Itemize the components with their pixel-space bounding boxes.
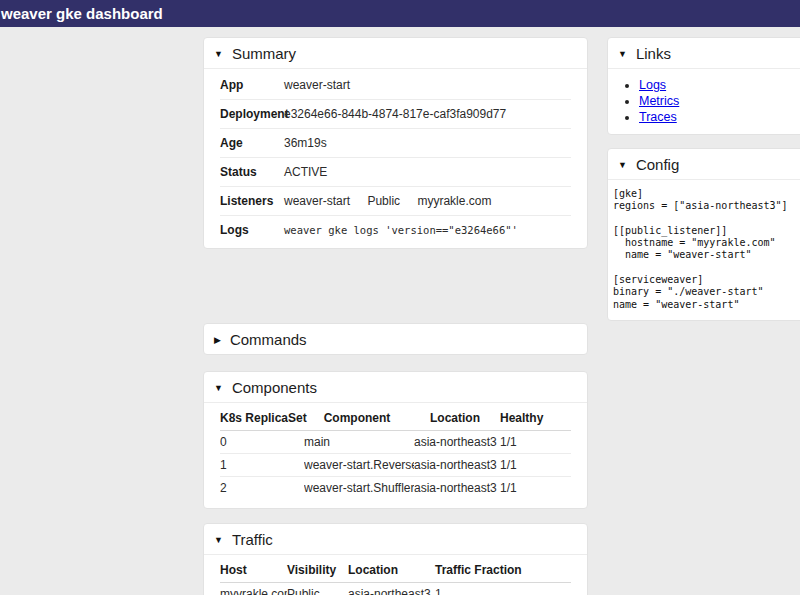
summary-row-status: Status ACTIVE <box>220 158 571 187</box>
listeners-value: weaver-start Public myyrakle.com <box>284 194 505 208</box>
config-panel-title: Config <box>636 156 679 173</box>
replicaset-cell: 0 <box>220 431 304 454</box>
logs-command-value: weaver gke logs 'version=="e3264e66"' <box>284 224 518 236</box>
components-table-wrap: K8s ReplicaSet Component Location Health… <box>204 403 587 508</box>
summary-row-age: Age 36m19s <box>220 129 571 158</box>
traffic-panel-title: Traffic <box>232 531 273 548</box>
links-panel-toggle[interactable]: ▼ Links <box>608 38 800 69</box>
summary-panel-title: Summary <box>232 45 296 62</box>
status-value: ACTIVE <box>284 165 327 179</box>
left-column: ▼ Summary App weaver-start Deployment e3… <box>203 37 588 595</box>
links-panel: ▼ Links Logs Metrics Traces <box>607 37 800 135</box>
app-value: weaver-start <box>284 78 350 92</box>
table-row: 0 main asia-northeast3 1/1 <box>220 431 571 454</box>
listener-visibility: Public <box>367 194 400 208</box>
summary-label: Age <box>220 136 284 150</box>
summary-label: Logs <box>220 223 284 237</box>
listener-address: myyrakle.com <box>417 194 491 208</box>
traffic-table-wrap: Host Visibility Location Traffic Fractio… <box>204 555 587 595</box>
components-panel-title: Components <box>232 379 317 396</box>
table-row: myyrakle.com Public asia-northeast3 1 <box>220 583 571 595</box>
components-header-row: K8s ReplicaSet Component Location Health… <box>220 405 571 431</box>
col-header-traffic-fraction: Traffic Fraction <box>435 557 571 583</box>
traffic-table: Host Visibility Location Traffic Fractio… <box>220 557 571 595</box>
location-cell: asia-northeast3 <box>414 477 500 500</box>
summary-label: Listeners <box>220 194 284 208</box>
col-header-visibility: Visibility <box>287 557 348 583</box>
age-value: 36m19s <box>284 136 327 150</box>
logs-link[interactable]: Logs <box>639 78 666 92</box>
summary-label: Deployment <box>220 107 284 121</box>
col-header-location: Location <box>414 405 500 431</box>
summary-panel: ▼ Summary App weaver-start Deployment e3… <box>203 37 588 249</box>
col-header-location: Location <box>348 557 435 583</box>
right-column: ▼ Links Logs Metrics Traces ▼ Config <box>607 37 800 595</box>
host-cell: myyrakle.com <box>220 583 287 595</box>
component-cell: weaver-start.Shuffler <box>304 477 414 500</box>
table-row: 1 weaver-start.Reverser asia-northeast3 … <box>220 454 571 477</box>
dashboard-content: ▼ Summary App weaver-start Deployment e3… <box>203 27 800 595</box>
summary-row-logs: Logs weaver gke logs 'version=="e3264e66… <box>220 216 571 244</box>
replicaset-cell: 2 <box>220 477 304 500</box>
triangle-right-icon: ▶ <box>214 335 221 345</box>
summary-row-deployment: Deployment e3264e66-844b-4874-817e-caf3f… <box>220 100 571 129</box>
app-header: weaver gke dashboard <box>0 0 800 27</box>
metrics-link[interactable]: Metrics <box>639 94 679 108</box>
summary-panel-toggle[interactable]: ▼ Summary <box>204 38 587 69</box>
components-panel: ▼ Components K8s ReplicaSet Component Lo… <box>203 371 588 509</box>
components-panel-toggle[interactable]: ▼ Components <box>204 372 587 403</box>
table-row: 2 weaver-start.Shuffler asia-northeast3 … <box>220 477 571 500</box>
config-panel-toggle[interactable]: ▼ Config <box>608 149 800 180</box>
links-list: Logs Metrics Traces <box>608 78 800 124</box>
commands-panel-title: Commands <box>230 331 307 348</box>
commands-panel: ▶ Commands <box>203 323 588 355</box>
summary-table: App weaver-start Deployment e3264e66-844… <box>204 69 587 248</box>
summary-label: Status <box>220 165 284 179</box>
config-toml-text: [gke] regions = ["asia-northeast3"] [[pu… <box>608 180 800 320</box>
components-table: K8s ReplicaSet Component Location Health… <box>220 405 571 499</box>
traffic-panel: ▼ Traffic Host Visibility Location Traff… <box>203 523 588 595</box>
triangle-down-icon: ▼ <box>214 383 223 393</box>
col-header-replicaset: K8s ReplicaSet <box>220 405 304 431</box>
deployment-id-value: e3264e66-844b-4874-817e-caf3fa909d77 <box>284 107 506 121</box>
listener-name: weaver-start <box>284 194 350 208</box>
triangle-down-icon: ▼ <box>618 49 627 59</box>
healthy-cell: 1/1 <box>500 454 571 477</box>
location-cell: asia-northeast3 <box>414 431 500 454</box>
triangle-down-icon: ▼ <box>214 535 223 545</box>
list-item: Traces <box>639 110 800 124</box>
component-cell: weaver-start.Reverser <box>304 454 414 477</box>
triangle-down-icon: ▼ <box>214 49 223 59</box>
summary-row-listeners: Listeners weaver-start Public myyrakle.c… <box>220 187 571 216</box>
config-panel: ▼ Config [gke] regions = ["asia-northeas… <box>607 148 800 321</box>
col-header-component: Component <box>304 405 414 431</box>
list-item: Metrics <box>639 94 800 108</box>
links-panel-title: Links <box>636 45 671 62</box>
commands-panel-toggle[interactable]: ▶ Commands <box>204 324 587 354</box>
col-header-host: Host <box>220 557 287 583</box>
col-header-healthy: Healthy <box>500 405 571 431</box>
traffic-panel-toggle[interactable]: ▼ Traffic <box>204 524 587 555</box>
list-item: Logs <box>639 78 800 92</box>
summary-row-app: App weaver-start <box>220 71 571 100</box>
healthy-cell: 1/1 <box>500 477 571 500</box>
summary-label: App <box>220 78 284 92</box>
traces-link[interactable]: Traces <box>639 110 677 124</box>
healthy-cell: 1/1 <box>500 431 571 454</box>
location-cell: asia-northeast3 <box>414 454 500 477</box>
traffic-header-row: Host Visibility Location Traffic Fractio… <box>220 557 571 583</box>
visibility-cell: Public <box>287 583 348 595</box>
replicaset-cell: 1 <box>220 454 304 477</box>
component-cell: main <box>304 431 414 454</box>
location-cell: asia-northeast3 <box>348 583 435 595</box>
fraction-cell: 1 <box>435 583 571 595</box>
triangle-down-icon: ▼ <box>618 160 627 170</box>
page-title: weaver gke dashboard <box>1 5 163 22</box>
